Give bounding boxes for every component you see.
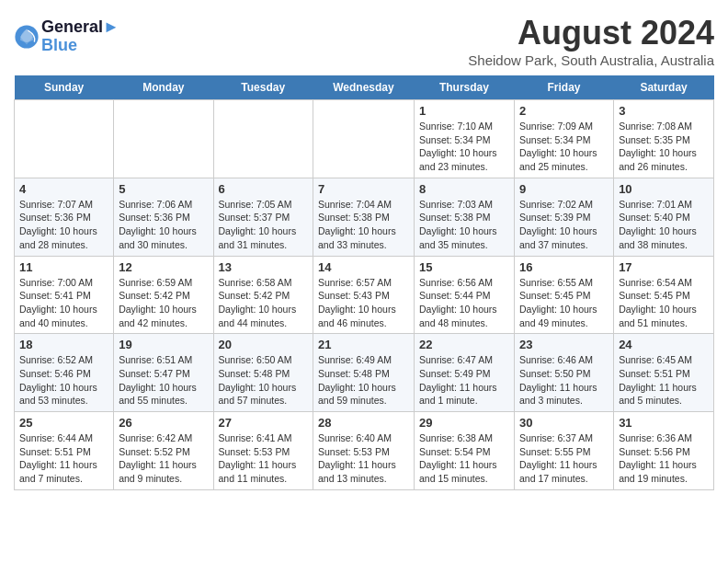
- day-info: Sunrise: 6:45 AM Sunset: 5:51 PM Dayligh…: [619, 353, 709, 408]
- day-number: 24: [619, 338, 709, 351]
- day-info: Sunrise: 7:03 AM Sunset: 5:38 PM Dayligh…: [419, 198, 509, 252]
- day-info: Sunrise: 6:57 AM Sunset: 5:43 PM Dayligh…: [318, 276, 409, 330]
- title-area: August 2024 Sheidow Park, South Australi…: [468, 14, 714, 68]
- day-number: 21: [318, 338, 409, 351]
- day-number: 7: [318, 182, 409, 196]
- day-info: Sunrise: 7:06 AM Sunset: 5:36 PM Dayligh…: [119, 198, 208, 252]
- page-header: General► Blue August 2024 Sheidow Park, …: [14, 14, 714, 68]
- calendar-cell: 15Sunrise: 6:56 AM Sunset: 5:44 PM Dayli…: [414, 256, 514, 334]
- calendar-cell: 8Sunrise: 7:03 AM Sunset: 5:38 PM Daylig…: [414, 178, 514, 256]
- day-number: 6: [219, 182, 309, 196]
- calendar-cell: 21Sunrise: 6:49 AM Sunset: 5:48 PM Dayli…: [313, 334, 415, 412]
- day-info: Sunrise: 7:00 AM Sunset: 5:41 PM Dayligh…: [19, 276, 108, 330]
- calendar-cell: 29Sunrise: 6:38 AM Sunset: 5:54 PM Dayli…: [414, 412, 514, 490]
- calendar-cell: [15, 100, 114, 178]
- calendar-cell: 26Sunrise: 6:42 AM Sunset: 5:52 PM Dayli…: [114, 412, 213, 490]
- calendar-week-5: 25Sunrise: 6:44 AM Sunset: 5:51 PM Dayli…: [15, 412, 714, 490]
- calendar-cell: 5Sunrise: 7:06 AM Sunset: 5:36 PM Daylig…: [114, 178, 213, 256]
- day-info: Sunrise: 7:08 AM Sunset: 5:35 PM Dayligh…: [619, 120, 709, 174]
- day-number: 28: [318, 416, 409, 430]
- day-info: Sunrise: 6:38 AM Sunset: 5:54 PM Dayligh…: [419, 431, 509, 486]
- day-info: Sunrise: 7:02 AM Sunset: 5:39 PM Dayligh…: [519, 198, 609, 252]
- day-number: 14: [318, 260, 409, 274]
- day-number: 18: [19, 338, 108, 351]
- day-number: 8: [419, 182, 509, 196]
- weekday-header-friday: Friday: [514, 75, 613, 100]
- calendar-cell: 14Sunrise: 6:57 AM Sunset: 5:43 PM Dayli…: [313, 256, 415, 334]
- calendar-cell: 25Sunrise: 6:44 AM Sunset: 5:51 PM Dayli…: [15, 412, 114, 490]
- calendar-table: SundayMondayTuesdayWednesdayThursdayFrid…: [14, 75, 714, 490]
- day-number: 19: [119, 338, 208, 351]
- calendar-week-4: 18Sunrise: 6:52 AM Sunset: 5:46 PM Dayli…: [15, 334, 714, 412]
- day-number: 16: [519, 260, 609, 274]
- day-info: Sunrise: 6:41 AM Sunset: 5:53 PM Dayligh…: [219, 431, 309, 486]
- weekday-header-tuesday: Tuesday: [213, 75, 313, 100]
- day-info: Sunrise: 6:42 AM Sunset: 5:52 PM Dayligh…: [119, 431, 208, 486]
- calendar-cell: 7Sunrise: 7:04 AM Sunset: 5:38 PM Daylig…: [313, 178, 415, 256]
- calendar-cell: 27Sunrise: 6:41 AM Sunset: 5:53 PM Dayli…: [213, 412, 313, 490]
- day-info: Sunrise: 7:04 AM Sunset: 5:38 PM Dayligh…: [318, 198, 409, 252]
- weekday-header-saturday: Saturday: [614, 75, 714, 100]
- calendar-cell: 19Sunrise: 6:51 AM Sunset: 5:47 PM Dayli…: [114, 334, 213, 412]
- calendar-cell: 28Sunrise: 6:40 AM Sunset: 5:53 PM Dayli…: [313, 412, 415, 490]
- day-info: Sunrise: 6:52 AM Sunset: 5:46 PM Dayligh…: [19, 353, 108, 408]
- day-info: Sunrise: 6:56 AM Sunset: 5:44 PM Dayligh…: [419, 276, 509, 330]
- day-number: 9: [519, 182, 609, 196]
- weekday-header-wednesday: Wednesday: [313, 75, 415, 100]
- calendar-cell: 22Sunrise: 6:47 AM Sunset: 5:49 PM Dayli…: [414, 334, 514, 412]
- day-info: Sunrise: 6:46 AM Sunset: 5:50 PM Dayligh…: [519, 353, 609, 408]
- calendar-week-3: 11Sunrise: 7:00 AM Sunset: 5:41 PM Dayli…: [15, 256, 714, 334]
- day-number: 17: [619, 260, 709, 274]
- day-number: 11: [19, 260, 108, 274]
- calendar-cell: 24Sunrise: 6:45 AM Sunset: 5:51 PM Dayli…: [614, 334, 714, 412]
- day-info: Sunrise: 6:40 AM Sunset: 5:53 PM Dayligh…: [318, 431, 409, 486]
- calendar-cell: 13Sunrise: 6:58 AM Sunset: 5:42 PM Dayli…: [213, 256, 313, 334]
- day-number: 27: [219, 416, 309, 430]
- day-info: Sunrise: 7:07 AM Sunset: 5:36 PM Dayligh…: [19, 198, 108, 252]
- calendar-cell: 4Sunrise: 7:07 AM Sunset: 5:36 PM Daylig…: [15, 178, 114, 256]
- day-number: 1: [419, 104, 509, 118]
- day-info: Sunrise: 7:05 AM Sunset: 5:37 PM Dayligh…: [219, 198, 309, 252]
- day-info: Sunrise: 6:50 AM Sunset: 5:48 PM Dayligh…: [219, 353, 309, 408]
- logo-icon: [14, 24, 40, 50]
- calendar-cell: 31Sunrise: 6:36 AM Sunset: 5:56 PM Dayli…: [614, 412, 714, 490]
- calendar-week-2: 4Sunrise: 7:07 AM Sunset: 5:36 PM Daylig…: [15, 178, 714, 256]
- day-number: 4: [19, 182, 108, 196]
- calendar-cell: 16Sunrise: 6:55 AM Sunset: 5:45 PM Dayli…: [514, 256, 613, 334]
- calendar-cell: 12Sunrise: 6:59 AM Sunset: 5:42 PM Dayli…: [114, 256, 213, 334]
- calendar-cell: 23Sunrise: 6:46 AM Sunset: 5:50 PM Dayli…: [514, 334, 613, 412]
- day-info: Sunrise: 6:44 AM Sunset: 5:51 PM Dayligh…: [19, 431, 108, 486]
- calendar-cell: 10Sunrise: 7:01 AM Sunset: 5:40 PM Dayli…: [614, 178, 714, 256]
- weekday-header-monday: Monday: [114, 75, 213, 100]
- calendar-cell: [213, 100, 313, 178]
- day-number: 25: [19, 416, 108, 430]
- calendar-title: August 2024: [468, 14, 714, 52]
- calendar-cell: 30Sunrise: 6:37 AM Sunset: 5:55 PM Dayli…: [514, 412, 613, 490]
- weekday-header-thursday: Thursday: [414, 75, 514, 100]
- day-number: 10: [619, 182, 709, 196]
- day-number: 30: [519, 416, 609, 430]
- day-number: 26: [119, 416, 208, 430]
- day-info: Sunrise: 6:58 AM Sunset: 5:42 PM Dayligh…: [219, 276, 309, 330]
- day-info: Sunrise: 6:47 AM Sunset: 5:49 PM Dayligh…: [419, 353, 509, 408]
- calendar-cell: 6Sunrise: 7:05 AM Sunset: 5:37 PM Daylig…: [213, 178, 313, 256]
- day-number: 31: [619, 416, 709, 430]
- day-number: 2: [519, 104, 609, 118]
- logo-text: General► Blue: [41, 18, 119, 55]
- weekday-header-row: SundayMondayTuesdayWednesdayThursdayFrid…: [15, 75, 714, 100]
- day-info: Sunrise: 7:10 AM Sunset: 5:34 PM Dayligh…: [419, 120, 509, 174]
- weekday-header-sunday: Sunday: [15, 75, 114, 100]
- calendar-cell: [313, 100, 415, 178]
- day-info: Sunrise: 6:55 AM Sunset: 5:45 PM Dayligh…: [519, 276, 609, 330]
- calendar-subtitle: Sheidow Park, South Australia, Australia: [468, 52, 714, 68]
- day-number: 29: [419, 416, 509, 430]
- day-number: 22: [419, 338, 509, 351]
- day-info: Sunrise: 6:51 AM Sunset: 5:47 PM Dayligh…: [119, 353, 208, 408]
- day-info: Sunrise: 6:49 AM Sunset: 5:48 PM Dayligh…: [318, 353, 409, 408]
- calendar-week-1: 1Sunrise: 7:10 AM Sunset: 5:34 PM Daylig…: [15, 100, 714, 178]
- calendar-cell: 11Sunrise: 7:00 AM Sunset: 5:41 PM Dayli…: [15, 256, 114, 334]
- calendar-cell: [114, 100, 213, 178]
- calendar-cell: 20Sunrise: 6:50 AM Sunset: 5:48 PM Dayli…: [213, 334, 313, 412]
- logo: General► Blue: [14, 18, 119, 55]
- day-number: 3: [619, 104, 709, 118]
